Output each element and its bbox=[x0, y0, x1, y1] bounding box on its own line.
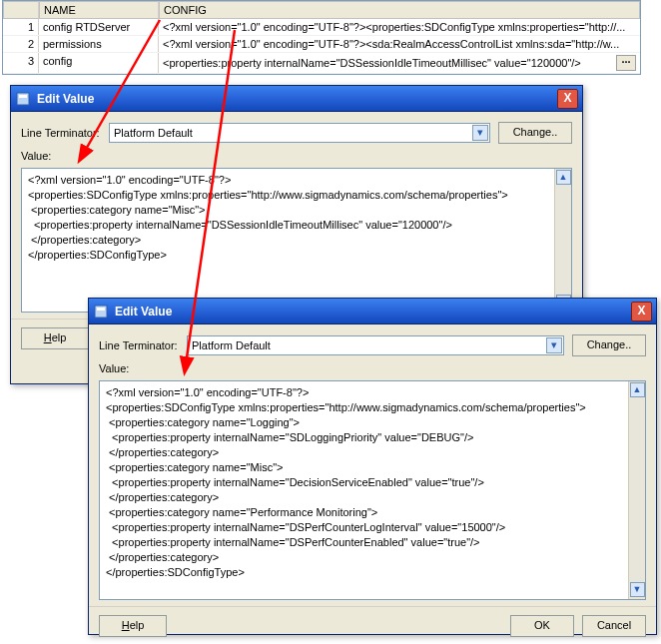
value-textarea[interactable]: <?xml version="1.0" encoding="UTF-8"?><p… bbox=[99, 380, 646, 600]
row-name: permissions bbox=[39, 36, 159, 52]
xml-line: <properties:property internalName="DSPer… bbox=[106, 520, 621, 535]
xml-line: <properties:SDConfigType xmlns:propertie… bbox=[106, 400, 621, 415]
config-table: NAME CONFIG 1 config RTDServer <?xml ver… bbox=[2, 0, 641, 75]
xml-line: <properties:property internalName="Decis… bbox=[106, 475, 621, 490]
dialog-body: Line Terminator: Platform Default ▾ Chan… bbox=[89, 324, 656, 606]
table-row[interactable]: 1 config RTDServer <?xml version="1.0" e… bbox=[3, 19, 640, 36]
xml-line: <properties:property internalName="DSSes… bbox=[28, 218, 547, 233]
dialog-body: Line Terminator: Platform Default ▾ Chan… bbox=[11, 112, 582, 319]
header-config[interactable]: CONFIG bbox=[159, 1, 640, 19]
row-config: <properties:property internalName="DSSes… bbox=[163, 57, 614, 69]
close-icon[interactable]: X bbox=[557, 89, 578, 109]
row-idx: 3 bbox=[3, 53, 39, 73]
header-idx bbox=[3, 1, 39, 19]
value-textarea[interactable]: <?xml version="1.0" encoding="UTF-8"?><p… bbox=[21, 168, 572, 313]
line-terminator-value: Platform Default bbox=[192, 339, 271, 351]
row-config: <?xml version="1.0" encoding="UTF-8"?><p… bbox=[159, 19, 640, 35]
xml-line: <?xml version="1.0" encoding="UTF-8"?> bbox=[106, 385, 621, 400]
scroll-up-icon[interactable]: ▲ bbox=[630, 382, 645, 397]
xml-line: </properties:category> bbox=[106, 550, 621, 565]
xml-line: </properties:category> bbox=[28, 233, 547, 248]
chevron-down-icon[interactable]: ▾ bbox=[546, 337, 562, 353]
value-label: Value: bbox=[21, 150, 61, 162]
svg-rect-2 bbox=[95, 306, 107, 318]
help-button[interactable]: Help bbox=[21, 327, 89, 349]
row-idx: 1 bbox=[3, 19, 39, 35]
chevron-down-icon[interactable]: ▾ bbox=[472, 125, 488, 141]
vertical-scrollbar[interactable]: ▲ ▼ bbox=[628, 381, 645, 599]
table-row[interactable]: 2 permissions <?xml version="1.0" encodi… bbox=[3, 36, 640, 53]
cancel-button[interactable]: Cancel bbox=[582, 615, 646, 637]
xml-line: </properties:category> bbox=[106, 445, 621, 460]
xml-line: <properties:property internalName="SDLog… bbox=[106, 430, 621, 445]
line-terminator-label: Line Terminator: bbox=[99, 339, 187, 351]
xml-line: <properties:category name="Logging"> bbox=[106, 415, 621, 430]
change-button[interactable]: Change.. bbox=[498, 122, 572, 144]
xml-line: </properties:SDConfigType> bbox=[28, 248, 547, 263]
ellipsis-button[interactable]: ··· bbox=[616, 55, 636, 71]
xml-line: <properties:SDConfigType xmlns:propertie… bbox=[28, 188, 547, 203]
row-idx: 2 bbox=[3, 36, 39, 52]
dialog-titlebar[interactable]: Edit Value X bbox=[89, 299, 656, 324]
close-icon[interactable]: X bbox=[631, 302, 652, 322]
scroll-up-icon[interactable]: ▲ bbox=[556, 170, 571, 185]
xml-line: </properties:SDConfigType> bbox=[106, 565, 621, 580]
row-config: <?xml version="1.0" encoding="UTF-8"?><s… bbox=[159, 36, 640, 52]
row-name: config RTDServer bbox=[39, 19, 159, 35]
line-terminator-select[interactable]: Platform Default ▾ bbox=[187, 335, 564, 355]
scroll-down-icon[interactable]: ▼ bbox=[630, 582, 645, 597]
xml-line: <properties:property internalName="DSPer… bbox=[106, 535, 621, 550]
header-name[interactable]: NAME bbox=[39, 1, 159, 19]
svg-rect-0 bbox=[17, 93, 29, 105]
xml-line: <properties:category name="Misc"> bbox=[106, 460, 621, 475]
xml-line: </properties:category> bbox=[106, 490, 621, 505]
line-terminator-select[interactable]: Platform Default ▾ bbox=[109, 123, 490, 143]
table-row[interactable]: 3 config <properties:property internalNa… bbox=[3, 53, 640, 74]
app-icon bbox=[93, 304, 109, 320]
xml-line: <properties:category name="Performance M… bbox=[106, 505, 621, 520]
line-terminator-label: Line Terminator: bbox=[21, 127, 109, 139]
edit-value-dialog-2: Edit Value X Line Terminator: Platform D… bbox=[88, 298, 657, 635]
xml-line: <properties:category name="Misc"> bbox=[28, 203, 547, 218]
row-config-cell: <properties:property internalName="DSSes… bbox=[159, 53, 640, 73]
change-button[interactable]: Change.. bbox=[572, 334, 646, 356]
app-icon bbox=[15, 91, 31, 107]
value-label: Value: bbox=[99, 362, 139, 374]
dialog-footer: Help OK Cancel bbox=[89, 606, 656, 644]
svg-rect-1 bbox=[19, 95, 27, 98]
dialog-title: Edit Value bbox=[37, 92, 557, 106]
table-header: NAME CONFIG bbox=[3, 1, 640, 19]
dialog-title: Edit Value bbox=[115, 305, 631, 319]
help-button[interactable]: Help bbox=[99, 615, 167, 637]
ok-button[interactable]: OK bbox=[510, 615, 574, 637]
xml-line: <?xml version="1.0" encoding="UTF-8"?> bbox=[28, 173, 547, 188]
svg-rect-3 bbox=[97, 308, 105, 311]
line-terminator-value: Platform Default bbox=[114, 127, 193, 139]
row-name: config bbox=[39, 53, 159, 73]
dialog-titlebar[interactable]: Edit Value X bbox=[11, 86, 582, 112]
vertical-scrollbar[interactable]: ▲ ▼ bbox=[554, 169, 571, 312]
